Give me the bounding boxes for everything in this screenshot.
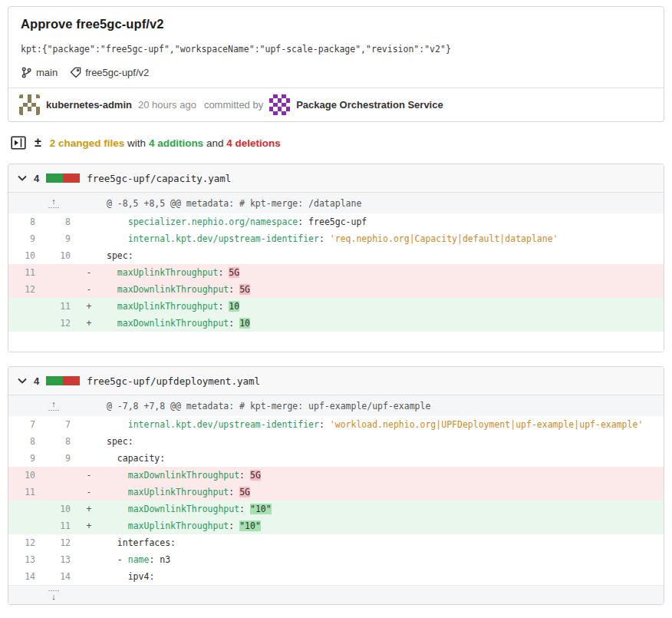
author-avatar[interactable] bbox=[19, 94, 40, 115]
tag-name: free5gc-upf/v2 bbox=[85, 67, 149, 78]
line-marker bbox=[79, 247, 99, 264]
code-line: internal.kpt.dev/upstream-identifier: 'w… bbox=[99, 416, 664, 433]
line-marker: - bbox=[79, 467, 99, 484]
code-line: specializer.nephio.org/namespace: free5g… bbox=[99, 213, 664, 230]
diff-rows: 88 specializer.nephio.org/namespace: fre… bbox=[8, 213, 664, 332]
new-line-number: 8 bbox=[44, 433, 79, 450]
commit-meta-row: kubernetes-admin 20 hours ago committed … bbox=[8, 88, 664, 121]
diff-stats-bar: ± 2 changed files with 4 additions and 4… bbox=[8, 134, 664, 150]
file-changes-count: 4 bbox=[34, 173, 39, 184]
new-line-number: 12 bbox=[44, 315, 79, 332]
author-name[interactable]: kubernetes-admin bbox=[46, 99, 132, 111]
diff-files: 4 free5gc-upf/capacity.yaml ↑····· @ -8,… bbox=[8, 164, 664, 605]
diff-line: 1212 interfaces: bbox=[8, 534, 664, 551]
expand-down-icon[interactable]: ·····↓ bbox=[48, 589, 60, 601]
new-line-number: 13 bbox=[44, 551, 79, 568]
hunk-header-text: @ -7,8 +7,8 @@ metadata: # kpt-merge: up… bbox=[99, 401, 430, 411]
new-line-number: 7 bbox=[44, 416, 79, 433]
diff-line: 88 specializer.nephio.org/namespace: fre… bbox=[8, 213, 664, 230]
diff-line: 10- maxDownlinkThroughput: 5G bbox=[8, 467, 664, 484]
hunk-header-text: @ -8,5 +8,5 @@ metadata: # kpt-merge: /d… bbox=[99, 198, 361, 209]
line-marker bbox=[79, 534, 99, 551]
file-name[interactable]: free5gc-upf/upfdeployment.yaml bbox=[87, 375, 260, 387]
commit-description: kpt:{"package":"free5gc-upf","workspaceN… bbox=[21, 44, 651, 55]
expand-up-icon[interactable]: ↑····· bbox=[48, 197, 60, 210]
diff-line: 77 internal.kpt.dev/upstream-identifier:… bbox=[8, 416, 664, 433]
code-line: capacity: bbox=[99, 450, 664, 467]
diff-options-icon[interactable]: ± bbox=[35, 137, 41, 149]
committed-by-label: committed by bbox=[204, 99, 263, 111]
diff-line: 11- maxUplinkThroughput: 5G bbox=[8, 484, 664, 501]
line-marker: - bbox=[79, 484, 99, 501]
diff-line: 11+ maxUplinkThroughput: "10" bbox=[8, 517, 664, 534]
diff-file-header[interactable]: 4 free5gc-upf/capacity.yaml bbox=[8, 164, 664, 193]
code-line: interfaces: bbox=[99, 534, 664, 551]
line-marker bbox=[79, 450, 99, 467]
code-line: ipv4: bbox=[99, 568, 664, 585]
hunk-header-row: ↑····· @ -8,5 +8,5 @@ metadata: # kpt-me… bbox=[8, 193, 664, 213]
old-line-number: 11 bbox=[8, 264, 44, 281]
tag-ref[interactable]: free5gc-upf/v2 bbox=[70, 67, 149, 78]
line-marker: + bbox=[79, 298, 99, 315]
old-line-number: 12 bbox=[8, 534, 44, 551]
line-marker bbox=[79, 551, 99, 568]
file-changes-count: 4 bbox=[34, 375, 39, 387]
line-marker: + bbox=[79, 315, 99, 332]
line-marker bbox=[79, 568, 99, 585]
commit-time: 20 hours ago bbox=[138, 99, 196, 111]
code-line: maxUplinkThroughput: 5G bbox=[99, 484, 664, 501]
diff-line: 1010spec: bbox=[8, 247, 664, 264]
chevron-down-icon[interactable] bbox=[18, 175, 27, 181]
file-name[interactable]: free5gc-upf/capacity.yaml bbox=[87, 173, 231, 184]
old-line-number: 13 bbox=[8, 551, 44, 568]
line-marker bbox=[79, 433, 99, 450]
code-line: spec: bbox=[99, 247, 664, 264]
line-marker: - bbox=[79, 281, 99, 298]
diff-line: 11+ maxUplinkThroughput: 10 bbox=[8, 298, 664, 315]
old-line-number: 12 bbox=[8, 281, 44, 298]
diff-line: 99 capacity: bbox=[8, 450, 664, 467]
code-line: maxDownlinkThroughput: "10" bbox=[99, 501, 664, 517]
file-tree-toggle-icon[interactable] bbox=[11, 136, 26, 150]
diffstat-bar bbox=[46, 376, 80, 385]
code-line: maxUplinkThroughput: "10" bbox=[99, 517, 664, 534]
old-line-number bbox=[8, 517, 44, 534]
old-line-number bbox=[8, 501, 44, 517]
hunk-header-row: ↑····· @ -7,8 +7,8 @@ metadata: # kpt-me… bbox=[8, 395, 664, 416]
expand-down-row: ·····↓ bbox=[8, 585, 664, 604]
old-line-number bbox=[8, 298, 44, 315]
new-line-number: 8 bbox=[44, 213, 79, 230]
diff-line: 11- maxUplinkThroughput: 5G bbox=[8, 264, 664, 281]
commit-header-box: Approve free5gc-upf/v2 kpt:{"package":"f… bbox=[8, 6, 664, 122]
line-marker: + bbox=[79, 501, 99, 517]
branch-ref[interactable]: main bbox=[21, 67, 58, 78]
diff-file-box: 4 free5gc-upf/upfdeployment.yaml ↑····· … bbox=[8, 366, 664, 605]
diff-line: 88spec: bbox=[8, 433, 664, 450]
diffstat-bar bbox=[46, 174, 80, 183]
line-marker: + bbox=[79, 517, 99, 534]
line-marker: - bbox=[79, 264, 99, 281]
old-line-number: 7 bbox=[8, 416, 44, 433]
branch-icon bbox=[21, 67, 32, 78]
code-line: - name: n3 bbox=[99, 551, 664, 568]
expand-up-icon[interactable]: ↑····· bbox=[48, 400, 60, 412]
author-identicon bbox=[19, 94, 40, 115]
old-line-number: 8 bbox=[8, 433, 44, 450]
new-line-number bbox=[44, 281, 79, 298]
chevron-down-icon[interactable] bbox=[18, 378, 27, 384]
code-line: maxUplinkThroughput: 5G bbox=[99, 264, 664, 281]
changed-files-count: 2 changed files bbox=[50, 137, 125, 149]
committer-avatar[interactable] bbox=[269, 94, 290, 115]
additions-count: 4 additions bbox=[149, 137, 203, 149]
diff-line: 10+ maxDownlinkThroughput: "10" bbox=[8, 501, 664, 517]
with-label: with bbox=[127, 137, 146, 149]
code-line: maxDownlinkThroughput: 10 bbox=[99, 315, 664, 332]
and-label: and bbox=[206, 137, 224, 149]
diff-file-header[interactable]: 4 free5gc-upf/upfdeployment.yaml bbox=[8, 367, 664, 395]
commit-refs: main free5gc-upf/v2 bbox=[21, 67, 651, 78]
new-line-number: 14 bbox=[44, 568, 79, 585]
new-line-number bbox=[44, 467, 79, 484]
diff-line: 12- maxDownlinkThroughput: 5G bbox=[8, 281, 664, 298]
old-line-number: 11 bbox=[8, 484, 44, 501]
code-line: maxUplinkThroughput: 10 bbox=[99, 298, 664, 315]
